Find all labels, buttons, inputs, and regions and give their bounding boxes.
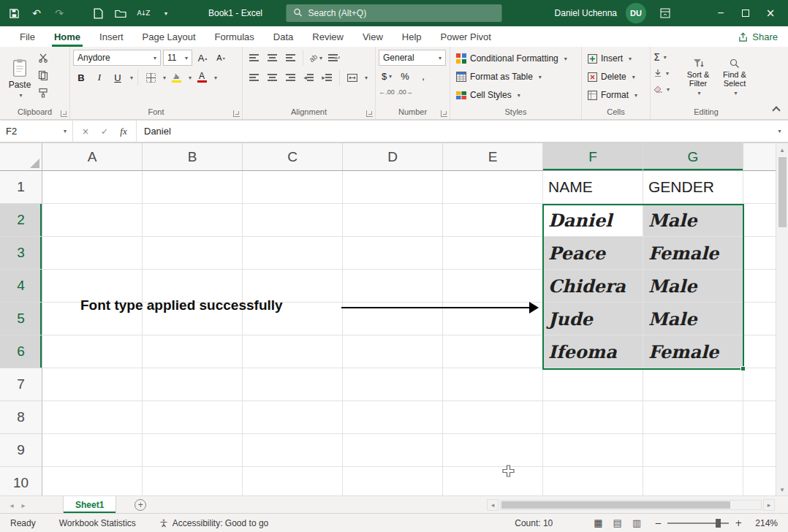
cell-A4[interactable] [42, 270, 143, 303]
zoom-level[interactable]: 214% [755, 518, 778, 528]
increase-font-size-button[interactable]: A▴ [194, 50, 211, 66]
cell-B5[interactable] [143, 303, 243, 335]
cell-C2[interactable] [243, 204, 343, 237]
zoom-out-button[interactable]: − [654, 518, 662, 528]
wrap-text-button[interactable]: ↩ [326, 50, 342, 66]
cell-partial-1[interactable] [743, 171, 776, 204]
sort-az-icon[interactable]: A↓Z [137, 7, 150, 20]
sheet-nav-right-icon[interactable]: ▸ [16, 496, 31, 514]
maximize-button[interactable] [734, 0, 757, 26]
row-header-3[interactable]: 3 [0, 237, 42, 270]
cell-E3[interactable] [443, 237, 543, 270]
row-header-9[interactable]: 9 [0, 434, 42, 467]
orientation-button[interactable]: ab▾ [308, 50, 324, 66]
cell-C8[interactable] [243, 401, 343, 434]
align-left-button[interactable] [246, 69, 262, 86]
fill-color-button[interactable] [168, 69, 184, 86]
row-header-2[interactable]: 2 [0, 204, 42, 237]
cell-A9[interactable] [42, 434, 143, 467]
cell-D5[interactable] [343, 303, 443, 335]
cell-G7[interactable] [643, 368, 743, 401]
scroll-left-icon[interactable]: ◂ [487, 499, 499, 511]
align-right-button[interactable] [282, 69, 298, 86]
zoom-slider[interactable] [667, 522, 729, 524]
cell-B4[interactable] [143, 270, 243, 303]
paste-button[interactable]: Paste ▾ [3, 50, 37, 107]
fill-handle[interactable] [740, 366, 746, 371]
cell-partial-7[interactable] [743, 368, 776, 401]
cell-F6[interactable]: Ifeoma [543, 335, 643, 368]
row-header-5[interactable]: 5 [0, 303, 42, 335]
font-dialog-launcher-icon[interactable] [233, 110, 240, 117]
cell-F7[interactable] [543, 368, 643, 401]
increase-indent-button[interactable]: ▸ [319, 69, 335, 86]
accounting-format-button[interactable]: $▾ [379, 69, 395, 83]
view-normal-button[interactable]: ▦ [594, 517, 602, 528]
decrease-indent-button[interactable]: ◂ [300, 69, 317, 86]
merge-center-button[interactable] [344, 69, 360, 86]
font-name-select[interactable]: Anydore ▾ [73, 50, 161, 66]
tab-home[interactable]: Home [45, 26, 90, 47]
qat-customize-chevron-icon[interactable]: ▾ [159, 7, 173, 20]
formula-input[interactable]: Daniel [137, 121, 769, 142]
cell-A6[interactable] [42, 335, 143, 368]
expand-formula-bar-icon[interactable]: ▾ [769, 121, 788, 142]
underline-button[interactable]: U [110, 69, 126, 86]
cell-B2[interactable] [143, 204, 243, 237]
cell-partial-9[interactable] [743, 434, 776, 467]
delete-cells-button[interactable]: Delete ▾ [585, 68, 647, 86]
row-header-1[interactable]: 1 [0, 171, 42, 204]
save-icon[interactable] [7, 7, 20, 20]
sheet-tab-sheet1[interactable]: Sheet1 [63, 496, 116, 513]
borders-button[interactable] [143, 69, 159, 86]
cell-D4[interactable] [343, 270, 443, 303]
avatar[interactable]: DU [626, 3, 646, 23]
cell-A10[interactable] [42, 467, 143, 495]
column-header-C[interactable]: C [243, 143, 343, 170]
cell-D6[interactable] [343, 335, 443, 368]
cell-A1[interactable] [42, 171, 143, 204]
cell-partial-4[interactable] [743, 270, 776, 303]
tab-formulas[interactable]: Formulas [205, 26, 264, 47]
cell-G3[interactable]: Female [643, 237, 743, 270]
cell-B8[interactable] [143, 401, 243, 434]
row-header-4[interactable]: 4 [0, 270, 42, 303]
cell-styles-button[interactable]: Cell Styles ▾ [453, 86, 578, 104]
name-box[interactable]: F2 ▾ [0, 121, 73, 142]
align-middle-button[interactable] [264, 50, 280, 66]
cell-B9[interactable] [143, 434, 243, 467]
italic-button[interactable]: I [91, 69, 107, 86]
cell-C6[interactable] [243, 335, 343, 368]
row-header-8[interactable]: 8 [0, 401, 42, 434]
tab-power-pivot[interactable]: Power Pivot [431, 26, 501, 47]
cell-C5[interactable] [243, 303, 343, 335]
copy-button[interactable] [38, 70, 48, 83]
align-bottom-button[interactable] [282, 50, 298, 66]
cell-B10[interactable] [143, 467, 243, 495]
cell-G5[interactable]: Male [643, 303, 743, 335]
cell-G10[interactable] [643, 467, 743, 495]
cell-F2[interactable]: Daniel [543, 204, 643, 237]
cancel-icon[interactable]: × [76, 126, 95, 137]
fill-button[interactable]: ▾ [653, 66, 680, 80]
align-top-button[interactable] [246, 50, 262, 66]
column-header-partial[interactable] [743, 143, 776, 170]
cell-F5[interactable]: Jude [543, 303, 643, 335]
align-center-button[interactable] [264, 69, 280, 86]
share-button[interactable]: Share [738, 26, 778, 47]
view-page-layout-button[interactable]: ▤ [613, 517, 622, 528]
bold-button[interactable]: B [73, 69, 89, 86]
cell-E7[interactable] [443, 368, 543, 401]
tab-data[interactable]: Data [264, 26, 303, 47]
format-cells-button[interactable]: Format ▾ [585, 86, 647, 104]
sort-filter-button[interactable]: Sort & Filter ▾ [680, 50, 716, 107]
cell-E8[interactable] [443, 401, 543, 434]
decrease-font-size-button[interactable]: A▾ [213, 50, 229, 66]
cell-D8[interactable] [343, 401, 443, 434]
cell-F8[interactable] [543, 401, 643, 434]
close-button[interactable]: × [759, 0, 782, 26]
row-header-7[interactable]: 7 [0, 368, 42, 401]
cell-E10[interactable] [443, 467, 543, 495]
cell-B7[interactable] [143, 368, 243, 401]
insert-function-icon[interactable]: fx [114, 126, 133, 137]
